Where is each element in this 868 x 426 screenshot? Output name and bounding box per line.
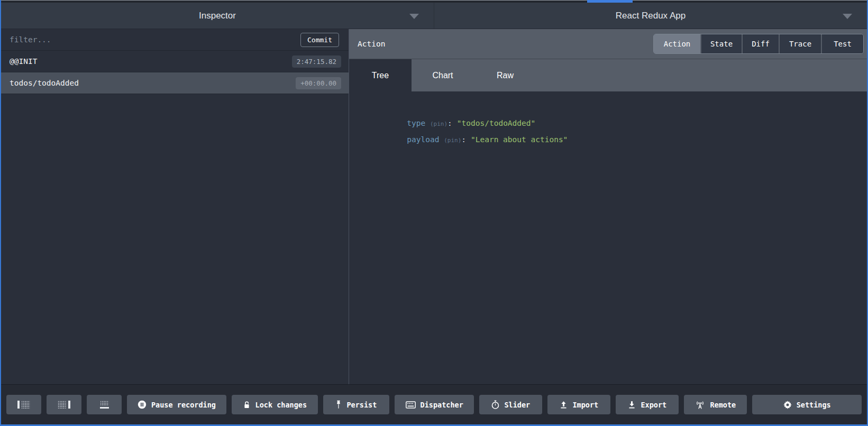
broadcast-icon [695,401,705,409]
action-name: todos/todoAdded [10,79,79,87]
preview-title: Action [358,40,385,48]
action-name: @@INIT [10,57,37,66]
action-list: @@INIT 2:47:15.82 todos/todoAdded +00:00… [1,51,349,384]
tab-action[interactable]: Action [654,34,700,53]
subtab-tree[interactable]: Tree [349,59,412,91]
preview-tab-group: Action State Diff Trace Test [653,34,864,54]
button-label: Import [572,401,598,409]
pin-icon [335,400,342,409]
action-row-init[interactable]: @@INIT 2:47:15.82 [1,51,349,72]
gear-icon [783,401,792,409]
persist-button[interactable]: Persist [323,395,389,414]
settings-button[interactable]: Settings [752,395,862,414]
chevron-down-icon [843,14,852,19]
button-label: Settings [797,401,831,409]
export-button[interactable]: Export [616,395,679,414]
import-button[interactable]: Import [547,395,610,414]
button-label: Remote [710,401,736,409]
instance-select[interactable]: React Redux App [434,3,867,29]
slider-button[interactable]: Slider [479,395,542,414]
upload-icon [560,401,568,409]
pin-link[interactable]: (pin) [430,121,447,127]
layout-right-icon [58,401,70,409]
tree-key[interactable]: type [407,119,425,127]
action-row-todo-added[interactable]: todos/todoAdded +00:00.00 [1,72,349,94]
tree-key[interactable]: payload [407,135,439,144]
redux-devtools-window: Inspector React Redux App Commit @@INIT … [0,0,868,426]
subtab-chart[interactable]: Chart [412,59,474,91]
layout-right-button[interactable] [47,395,81,414]
chevron-down-icon [409,14,419,19]
monitor-select[interactable]: Inspector [1,3,434,29]
preview-header-bar: Action Action State Diff Trace Test [349,29,867,59]
dispatcher-button[interactable]: Dispatcher [395,395,474,414]
pause-recording-button[interactable]: Pause recording [127,395,226,414]
pause-circle-icon [138,400,147,409]
action-timestamp-badge: 2:47:15.82 [292,55,341,68]
action-timestamp-badge: +00:00.00 [296,77,341,89]
action-list-panel: Commit @@INIT 2:47:15.82 todos/todoAdded… [1,29,349,384]
instance-select-label: React Redux App [616,11,686,21]
filter-row: Commit [1,29,349,51]
lock-icon [243,401,251,409]
download-icon [628,401,636,409]
layout-bottom-button[interactable] [87,395,122,414]
tab-trace[interactable]: Trace [779,34,821,53]
layout-left-button[interactable] [6,395,41,414]
pin-link[interactable]: (pin) [444,137,461,144]
lock-changes-button[interactable]: Lock changes [232,395,318,414]
button-label: Pause recording [151,401,216,409]
action-preview-panel: Action Action State Diff Trace Test Tree… [349,29,867,384]
tree-value: "todos/todoAdded" [457,119,535,127]
monitor-header: Inspector React Redux App [1,3,867,29]
tree-row-type: type (pin):"todos/todoAdded" [361,99,867,115]
button-label: Slider [504,401,530,409]
subtab-raw[interactable]: Raw [474,59,536,91]
tree-colon: : [461,135,466,144]
tab-test[interactable]: Test [821,34,863,53]
button-label: Persist [346,401,377,409]
tree-colon: : [447,119,452,127]
button-label: Export [641,401,666,409]
tab-state[interactable]: State [700,34,742,53]
monitor-select-label: Inspector [199,11,236,21]
commit-button[interactable]: Commit [300,33,339,47]
keyboard-icon [406,401,416,409]
remote-button[interactable]: Remote [684,395,747,414]
tab-diff[interactable]: Diff [742,34,779,53]
view-mode-tabs: Tree Chart Raw [349,59,867,91]
layout-left-icon [17,401,30,409]
button-label: Dispatcher [421,401,463,409]
action-tree-view: type (pin):"todos/todoAdded" payload (pi… [349,91,867,384]
button-label: Lock changes [255,401,307,409]
stopwatch-icon [491,400,499,409]
main-split: Commit @@INIT 2:47:15.82 todos/todoAdded… [1,29,867,384]
layout-bottom-icon [100,401,109,409]
bottom-toolbar: Pause recording Lock changes Persist Dis… [1,384,867,424]
tree-value: "Learn about actions" [471,135,568,144]
filter-input[interactable] [10,35,300,44]
